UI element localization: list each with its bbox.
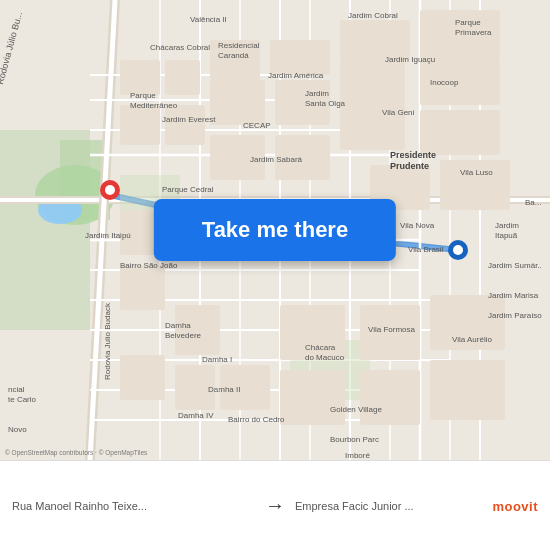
svg-text:Belvedere: Belvedere <box>165 331 202 340</box>
svg-text:CECAP: CECAP <box>243 121 271 130</box>
svg-rect-66 <box>120 355 165 400</box>
svg-rect-42 <box>210 80 265 125</box>
svg-text:Jardim: Jardim <box>305 89 329 98</box>
svg-point-121 <box>453 245 463 255</box>
origin-label: Rua Manoel Rainho Teixe... <box>12 500 255 512</box>
svg-text:Golden Village: Golden Village <box>330 405 382 414</box>
map-container: Rodovia Júlio Bu... Valência II Chácaras… <box>0 0 550 460</box>
origin-item: Rua Manoel Rainho Teixe... <box>12 500 255 512</box>
svg-text:Chácaras Cobral: Chácaras Cobral <box>150 43 210 52</box>
svg-text:Vila Nova: Vila Nova <box>400 221 435 230</box>
svg-text:© OpenStreetMap contributors ·: © OpenStreetMap contributors · © OpenMap… <box>5 449 148 457</box>
svg-text:Parque: Parque <box>455 18 481 27</box>
svg-text:Jardim Everest: Jardim Everest <box>162 115 216 124</box>
svg-text:Vila Luso: Vila Luso <box>460 168 493 177</box>
svg-text:Carandá: Carandá <box>218 51 249 60</box>
svg-text:Parque: Parque <box>130 91 156 100</box>
svg-text:Damha II: Damha II <box>208 385 240 394</box>
route-arrow: → <box>255 494 295 517</box>
svg-text:Prudente: Prudente <box>390 161 429 171</box>
svg-rect-41 <box>165 105 205 145</box>
svg-rect-56 <box>120 265 165 310</box>
svg-text:Chácara: Chácara <box>305 343 336 352</box>
svg-text:Damha I: Damha I <box>202 355 232 364</box>
take-me-there-button[interactable]: Take me there <box>154 199 396 261</box>
svg-rect-35 <box>165 60 200 95</box>
svg-text:Presidente: Presidente <box>390 150 436 160</box>
svg-rect-44 <box>340 60 405 105</box>
svg-text:Santa Olga: Santa Olga <box>305 99 346 108</box>
moovit-logo-text: moovit <box>492 498 538 513</box>
svg-text:Jardim Cobral: Jardim Cobral <box>348 11 398 20</box>
svg-text:Primavera: Primavera <box>455 28 492 37</box>
svg-text:Vila Geni: Vila Geni <box>382 108 415 117</box>
svg-rect-40 <box>120 105 160 145</box>
svg-text:Parque Cedral: Parque Cedral <box>162 185 214 194</box>
svg-rect-63 <box>280 370 345 425</box>
svg-point-119 <box>105 185 115 195</box>
svg-text:Jardim Paraíso: Jardim Paraíso <box>488 311 542 320</box>
svg-text:Mediterrâneo: Mediterrâneo <box>130 101 178 110</box>
svg-text:Itapuã: Itapuã <box>495 231 518 240</box>
svg-text:Vila Formosa: Vila Formosa <box>368 325 416 334</box>
svg-text:Jardim Sumár..: Jardim Sumár.. <box>488 261 542 270</box>
svg-text:ncial: ncial <box>8 385 25 394</box>
svg-text:Jardim Sabará: Jardim Sabará <box>250 155 303 164</box>
svg-text:te Carlo: te Carlo <box>8 395 37 404</box>
svg-text:Residencial: Residencial <box>218 41 260 50</box>
svg-text:Rodovia Julio Budack: Rodovia Julio Budack <box>103 302 112 380</box>
svg-text:Damha: Damha <box>165 321 191 330</box>
svg-text:Novo: Novo <box>8 425 27 434</box>
svg-text:Bairro do Cedro: Bairro do Cedro <box>228 415 285 424</box>
svg-rect-65 <box>430 360 505 420</box>
moovit-logo: moovit <box>492 498 538 513</box>
svg-rect-64 <box>360 370 420 425</box>
svg-text:do Macuco: do Macuco <box>305 353 345 362</box>
svg-text:Jardim Itaipú: Jardim Itaipú <box>85 231 131 240</box>
svg-text:Vila Brasil: Vila Brasil <box>408 245 444 254</box>
svg-text:Valência II: Valência II <box>190 15 227 24</box>
svg-text:Vila Aurélio: Vila Aurélio <box>452 335 492 344</box>
svg-text:Imboré: Imboré <box>345 451 370 460</box>
svg-text:Bairro São João: Bairro São João <box>120 261 178 270</box>
svg-text:Damha IV: Damha IV <box>178 411 214 420</box>
bottom-bar: Rua Manoel Rainho Teixe... → Empresa Fac… <box>0 460 550 550</box>
svg-text:Bourbon Parc: Bourbon Parc <box>330 435 379 444</box>
svg-text:Inocoop: Inocoop <box>430 78 459 87</box>
svg-rect-37 <box>270 40 330 75</box>
svg-rect-38 <box>340 20 410 60</box>
svg-rect-34 <box>120 60 160 95</box>
svg-text:Jardim: Jardim <box>495 221 519 230</box>
svg-text:Jardim América: Jardim América <box>268 71 324 80</box>
svg-rect-49 <box>420 110 500 155</box>
svg-text:Jardim Iguaçu: Jardim Iguaçu <box>385 55 435 64</box>
svg-rect-57 <box>175 305 220 355</box>
svg-text:Jardim Marisa: Jardim Marisa <box>488 291 539 300</box>
svg-text:Ba...: Ba... <box>525 198 541 207</box>
